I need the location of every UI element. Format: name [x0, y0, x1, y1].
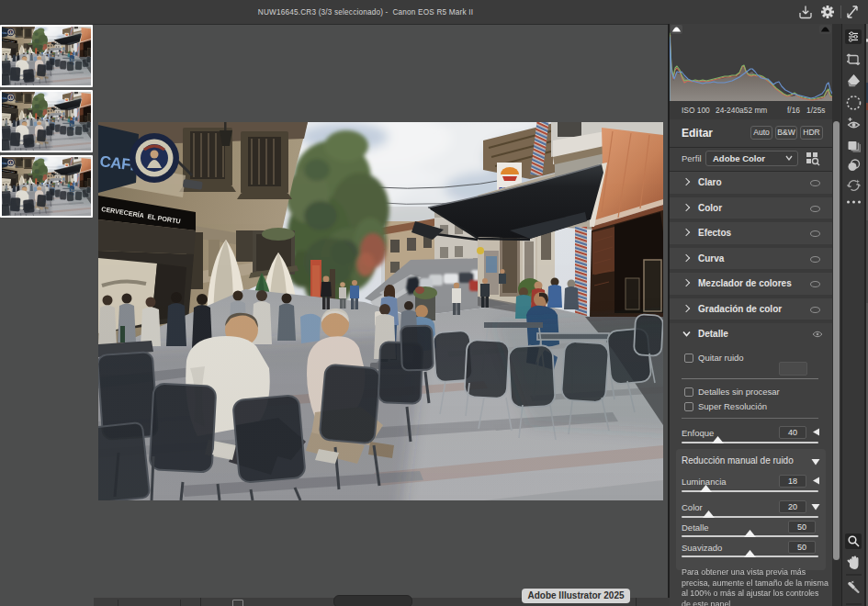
svg-text:1/25s: 1/25s [806, 106, 826, 115]
svg-text:24-240a52 mm: 24-240a52 mm [716, 106, 767, 115]
svg-text:ISO 100: ISO 100 [682, 106, 710, 115]
svg-text:f/16: f/16 [787, 106, 800, 115]
